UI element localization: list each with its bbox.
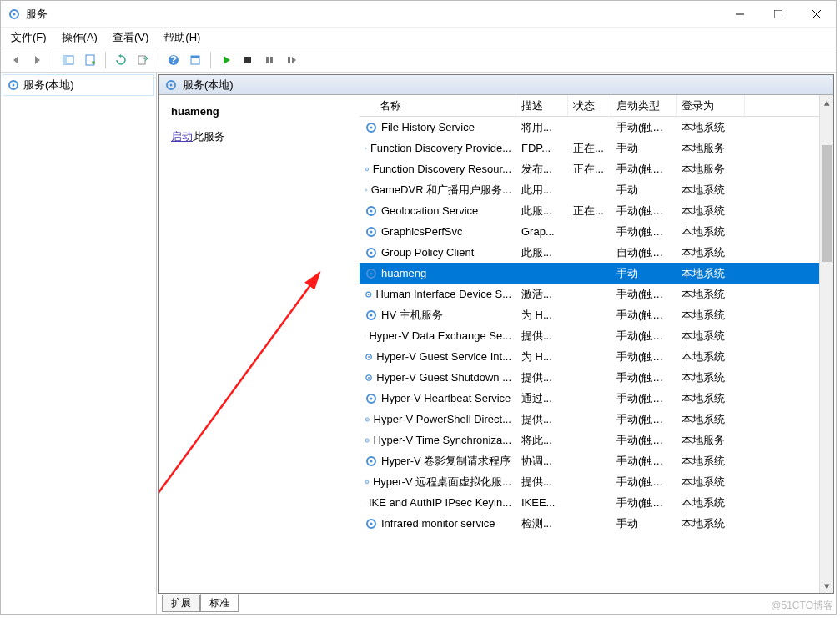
close-button[interactable] xyxy=(797,1,836,28)
show-hide-tree-button[interactable] xyxy=(58,50,78,70)
services-icon xyxy=(8,8,21,21)
minimize-button[interactable] xyxy=(721,1,759,28)
table-row[interactable]: Hyper-V Heartbeat Service通过...手动(触发...本地… xyxy=(360,388,819,409)
tree-root-item[interactable]: 服务(本地) xyxy=(3,74,154,96)
table-row[interactable]: Function Discovery Provide...FDP...正在...… xyxy=(360,138,819,158)
table-row[interactable]: GraphicsPerfSvcGrap...手动(触发...本地系统 xyxy=(360,221,819,242)
restart-button[interactable] xyxy=(281,50,301,70)
forward-button[interactable] xyxy=(28,50,48,70)
svg-rect-3 xyxy=(774,10,782,18)
service-start: 手动(触发... xyxy=(611,495,677,510)
menu-view[interactable]: 查看(V) xyxy=(113,30,148,45)
svg-point-26 xyxy=(365,148,366,148)
scroll-down-icon[interactable]: ▾ xyxy=(820,579,833,593)
service-icon xyxy=(365,225,378,239)
service-desc: 提供... xyxy=(516,475,568,490)
service-login: 本地服务 xyxy=(677,141,745,156)
stop-button[interactable] xyxy=(238,50,258,70)
service-state: 正在... xyxy=(568,162,611,177)
table-row[interactable]: IKE and AuthIP IPsec Keyin...IKEE...手动(触… xyxy=(360,492,819,513)
service-start: 手动(触发... xyxy=(611,433,677,448)
service-icon xyxy=(365,413,370,426)
sheet-button[interactable] xyxy=(185,50,205,70)
service-icon xyxy=(365,267,378,280)
table-row[interactable]: HV 主机服务为 H...手动(触发...本地系统 xyxy=(360,304,819,325)
svg-point-56 xyxy=(370,460,373,462)
service-login: 本地系统 xyxy=(677,203,745,219)
back-button[interactable] xyxy=(6,50,26,70)
col-start[interactable]: 启动类型 xyxy=(611,95,677,116)
table-row[interactable]: GameDVR 和广播用户服务...此用...手动本地系统 xyxy=(360,179,819,200)
service-state: 正在... xyxy=(568,203,611,219)
service-desc: 此用... xyxy=(516,183,568,198)
tree-root-label: 服务(本地) xyxy=(23,78,74,93)
tree-pane: 服务(本地) xyxy=(1,73,157,614)
service-start: 手动 xyxy=(611,516,677,531)
service-start: 手动(触发... xyxy=(611,391,677,406)
service-start: 手动(触发... xyxy=(611,120,677,135)
svg-point-46 xyxy=(368,356,370,358)
service-name: Group Policy Client xyxy=(381,246,474,259)
table-row[interactable]: Hyper-V 卷影复制请求程序协调...手动(触发...本地系统 xyxy=(360,450,819,471)
service-icon xyxy=(365,475,370,489)
table-row[interactable]: Hyper-V Time Synchroniza...将此...手动(触发...… xyxy=(360,430,819,450)
help-button[interactable]: ? xyxy=(163,50,184,70)
pause-button[interactable] xyxy=(259,50,279,70)
col-desc[interactable]: 描述 xyxy=(516,95,568,116)
service-icon xyxy=(365,309,378,322)
export-button[interactable] xyxy=(133,50,153,70)
service-start: 手动 xyxy=(611,141,677,156)
vertical-scrollbar[interactable]: ▴ ▾ xyxy=(819,95,833,593)
table-row[interactable]: Hyper-V Guest Shutdown ...提供...手动(触发...本… xyxy=(360,367,819,388)
svg-point-30 xyxy=(366,189,367,190)
service-login: 本地系统 xyxy=(677,329,745,344)
list-header: 名称 描述 状态 启动类型 登录为 xyxy=(360,95,819,117)
service-icon xyxy=(365,183,368,197)
menu-file[interactable]: 文件(F) xyxy=(11,30,47,45)
service-name: Hyper-V PowerShell Direct... xyxy=(374,413,511,425)
tab-standard[interactable]: 标准 xyxy=(200,594,239,612)
menu-help[interactable]: 帮助(H) xyxy=(163,30,200,45)
service-desc: 提供... xyxy=(516,370,568,385)
col-state[interactable]: 状态 xyxy=(568,95,611,116)
refresh-button[interactable] xyxy=(111,50,131,70)
table-row[interactable]: Infrared monitor service检测...手动本地系统 xyxy=(360,513,819,534)
service-name: huameng xyxy=(381,267,426,279)
maximize-button[interactable] xyxy=(759,1,797,28)
pane-title: 服务(本地) xyxy=(183,78,234,93)
service-desc: 为 H... xyxy=(516,308,568,323)
service-name: HV 主机服务 xyxy=(381,308,443,323)
start-service-link[interactable]: 启动 xyxy=(171,130,193,143)
col-name[interactable]: 名称 xyxy=(360,95,516,116)
menubar: 文件(F) 操作(A) 查看(V) 帮助(H) xyxy=(1,28,836,48)
service-icon xyxy=(365,329,365,343)
service-desc: 提供... xyxy=(516,329,568,344)
table-row[interactable]: Hyper-V PowerShell Direct...提供...手动(触发..… xyxy=(360,409,819,430)
service-login: 本地系统 xyxy=(677,391,745,406)
table-row[interactable]: Human Interface Device S...激活...手动(触发...… xyxy=(360,284,819,304)
table-row[interactable]: Hyper-V 远程桌面虚拟化服...提供...手动(触发...本地系统 xyxy=(360,471,819,492)
service-name: GraphicsPerfSvc xyxy=(381,225,463,238)
table-row[interactable]: Hyper-V Guest Service Int...为 H...手动(触发.… xyxy=(360,346,819,367)
svg-point-24 xyxy=(370,126,373,128)
properties-button[interactable] xyxy=(80,50,100,70)
service-login: 本地服务 xyxy=(677,433,745,448)
tab-extended[interactable]: 扩展 xyxy=(162,595,200,612)
svg-point-62 xyxy=(370,522,373,525)
table-row[interactable]: Group Policy Client此服...自动(触发...本地系统 xyxy=(360,242,819,263)
service-name: Hyper-V Time Synchroniza... xyxy=(374,434,511,446)
svg-point-40 xyxy=(368,294,370,295)
scroll-thumb[interactable] xyxy=(822,145,832,262)
table-row[interactable]: huameng手动本地系统 xyxy=(360,263,819,284)
table-row[interactable]: Hyper-V Data Exchange Se...提供...手动(触发...… xyxy=(360,325,819,346)
table-row[interactable]: File History Service将用...手动(触发...本地系统 xyxy=(360,117,819,138)
col-login[interactable]: 登录为 xyxy=(677,95,745,116)
svg-point-36 xyxy=(370,251,373,254)
start-button[interactable] xyxy=(216,50,236,70)
table-row[interactable]: Geolocation Service此服...正在...手动(触发...本地系… xyxy=(360,200,819,221)
service-start: 手动(触发... xyxy=(611,475,677,490)
table-row[interactable]: Function Discovery Resour...发布...正在...手动… xyxy=(360,158,819,179)
scroll-up-icon[interactable]: ▴ xyxy=(820,95,833,109)
service-desc: 为 H... xyxy=(516,349,568,364)
menu-action[interactable]: 操作(A) xyxy=(62,30,98,45)
